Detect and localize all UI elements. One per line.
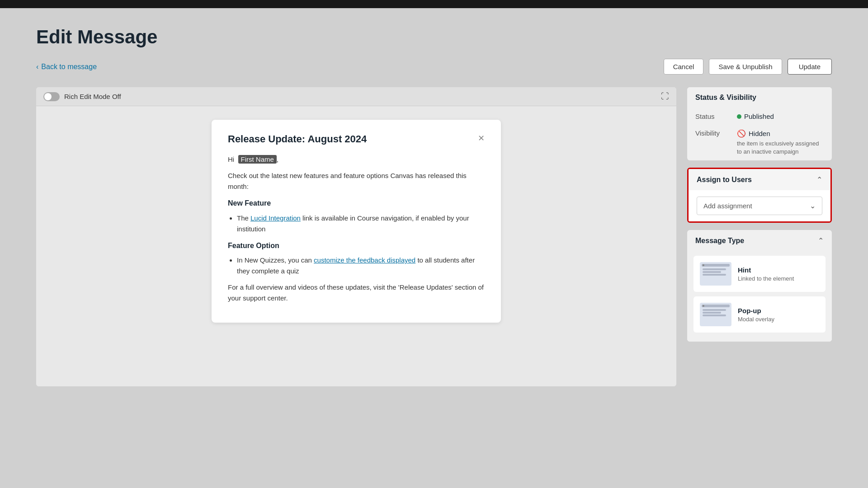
status-label: Status xyxy=(695,113,731,120)
first-name-tag: First Name xyxy=(238,155,277,164)
message-preview-area: Release Update: August 2024 ✕ Hi First N… xyxy=(36,106,676,386)
hint-type-card[interactable]: Hint Linked to the element xyxy=(693,256,826,292)
popup-type-name: Pop-up xyxy=(738,307,819,314)
add-assignment-label: Add assignment xyxy=(703,202,752,210)
add-assignment-dropdown[interactable]: Add assignment ⌄ xyxy=(697,197,822,215)
content-layout: Rich Edit Mode Off ⛶ xyxy=(36,87,832,386)
rich-edit-bar: Rich Edit Mode Off ⛶ xyxy=(36,87,676,106)
message-type-title: Message Type xyxy=(695,237,744,245)
feedback-link[interactable]: customize the feedback displayed xyxy=(314,256,415,264)
feedback-link-text: customize the feedback displayed xyxy=(314,256,415,264)
new-feature-list: The Lucid Integration link is available … xyxy=(237,213,485,235)
page-wrapper: Edit Message ‹ Back to message Cancel Sa… xyxy=(0,0,868,488)
status-value: Published xyxy=(737,113,774,120)
message-type-header: Message Type ⌃ xyxy=(687,230,832,251)
back-to-message-link[interactable]: ‹ Back to message xyxy=(36,63,97,71)
greeting-paragraph: Hi First Name, xyxy=(228,154,485,165)
popup-type-icon xyxy=(700,303,731,326)
update-button[interactable]: Update xyxy=(788,59,832,75)
fo-bullet-start: In New Quizzes, you can xyxy=(237,256,314,264)
chevron-left-icon: ‹ xyxy=(36,63,38,71)
header-row: ‹ Back to message Cancel Save & Unpublis… xyxy=(36,59,832,75)
footer-paragraph: For a full overview and videos of these … xyxy=(228,282,485,304)
feature-option-heading: Feature Option xyxy=(228,240,485,252)
status-row: Status Published xyxy=(687,108,832,125)
dropdown-chevron-icon: ⌄ xyxy=(810,202,816,210)
popup-type-info: Pop-up Modal overlay xyxy=(738,307,819,323)
cancel-button[interactable]: Cancel xyxy=(664,59,704,75)
editor-panel: Rich Edit Mode Off ⛶ xyxy=(36,87,676,386)
sidebar: Status & Visibility Status Published Vis… xyxy=(687,87,832,349)
lucid-integration-link[interactable]: Lucid Integration xyxy=(250,214,301,222)
eye-slash-icon: 🚫 xyxy=(737,129,746,138)
visibility-row: Visibility 🚫 Hidden the item is exclusiv… xyxy=(687,125,832,160)
status-text: Published xyxy=(744,113,774,120)
status-visibility-header: Status & Visibility xyxy=(687,87,832,108)
body-paragraph-1: Check out the latest new features and fe… xyxy=(228,170,485,192)
lucid-link-text: Lucid Integration xyxy=(250,214,301,222)
message-body: Hi First Name, Check out the latest new … xyxy=(228,154,485,304)
message-type-body: Hint Linked to the element xyxy=(687,251,832,342)
new-feature-item: The Lucid Integration link is available … xyxy=(237,213,485,235)
message-type-section: Message Type ⌃ xyxy=(687,230,832,342)
hint-type-name: Hint xyxy=(738,266,819,274)
assign-users-body: Add assignment ⌄ xyxy=(689,190,830,221)
status-dot xyxy=(737,114,741,119)
message-close-button[interactable]: ✕ xyxy=(478,133,485,143)
assign-users-chevron-icon[interactable]: ⌃ xyxy=(816,175,822,184)
nf-bullet-start: The xyxy=(237,214,250,222)
message-type-chevron-icon[interactable]: ⌃ xyxy=(818,236,824,245)
rich-edit-left: Rich Edit Mode Off xyxy=(43,92,121,101)
visibility-desc: the item is exclusively assigned to an i… xyxy=(737,140,824,156)
back-link-label: Back to message xyxy=(41,63,97,71)
popup-type-card[interactable]: Pop-up Modal overlay xyxy=(693,296,826,333)
assign-users-header: Assign to Users ⌃ xyxy=(689,169,830,190)
assign-users-title: Assign to Users xyxy=(697,176,752,184)
message-card-header: Release Update: August 2024 ✕ xyxy=(228,133,485,145)
hint-type-icon xyxy=(700,262,731,286)
feature-option-item: In New Quizzes, you can customize the fe… xyxy=(237,255,485,277)
visibility-content: 🚫 Hidden the item is exclusively assigne… xyxy=(737,129,824,156)
rich-edit-toggle[interactable] xyxy=(43,92,60,101)
hint-type-info: Hint Linked to the element xyxy=(738,266,819,282)
rich-edit-label: Rich Edit Mode Off xyxy=(64,93,121,100)
message-card-title: Release Update: August 2024 xyxy=(228,133,367,145)
status-visibility-section: Status & Visibility Status Published Vis… xyxy=(687,87,832,160)
save-unpublish-button[interactable]: Save & Unpublish xyxy=(709,59,782,75)
greeting-text: Hi xyxy=(228,155,234,163)
main-content: Edit Message ‹ Back to message Cancel Sa… xyxy=(0,8,868,386)
feature-option-list: In New Quizzes, you can customize the fe… xyxy=(237,255,485,277)
assign-users-section: Assign to Users ⌃ Add assignment ⌄ xyxy=(687,168,832,223)
new-feature-heading: New Feature xyxy=(228,197,485,209)
page-title: Edit Message xyxy=(36,26,832,48)
visibility-value: Hidden xyxy=(749,130,770,137)
top-bar xyxy=(0,0,868,8)
message-card: Release Update: August 2024 ✕ Hi First N… xyxy=(212,120,501,323)
visibility-title: 🚫 Hidden xyxy=(737,129,824,138)
visibility-label: Visibility xyxy=(695,129,731,137)
hint-type-desc: Linked to the element xyxy=(738,275,819,282)
header-buttons: Cancel Save & Unpublish Update xyxy=(664,59,832,75)
expand-icon[interactable]: ⛶ xyxy=(661,92,669,101)
popup-type-desc: Modal overlay xyxy=(738,316,819,323)
